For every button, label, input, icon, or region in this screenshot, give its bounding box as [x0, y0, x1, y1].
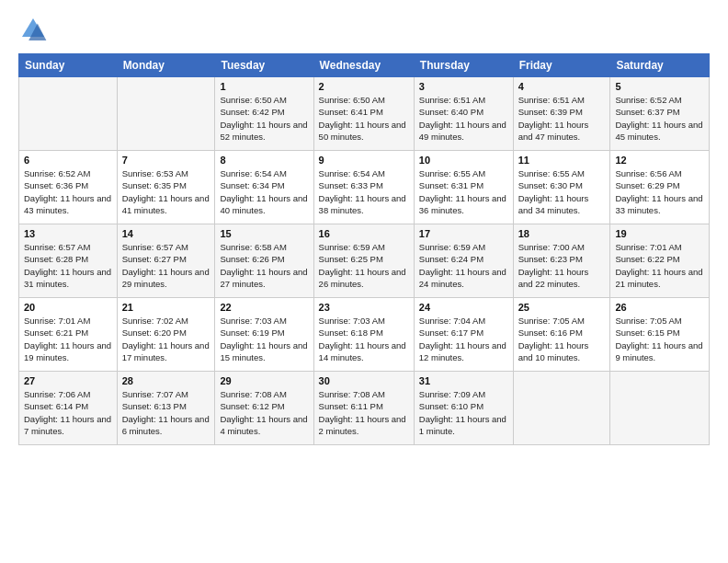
dow-wednesday: Wednesday: [313, 54, 414, 77]
day-cell: 23Sunrise: 7:03 AM Sunset: 6:18 PM Dayli…: [313, 298, 414, 372]
day-info: Sunrise: 6:53 AM Sunset: 6:35 PM Dayligh…: [122, 167, 210, 216]
day-info: Sunrise: 6:59 AM Sunset: 6:24 PM Dayligh…: [419, 241, 508, 290]
day-number: 3: [419, 81, 508, 92]
day-cell: 11Sunrise: 6:55 AM Sunset: 6:30 PM Dayli…: [513, 151, 610, 224]
day-info: Sunrise: 6:54 AM Sunset: 6:34 PM Dayligh…: [220, 167, 308, 216]
day-cell: [610, 372, 710, 445]
day-info: Sunrise: 7:05 AM Sunset: 6:16 PM Dayligh…: [518, 315, 606, 363]
day-cell: 27Sunrise: 7:06 AM Sunset: 6:14 PM Dayli…: [19, 372, 118, 445]
day-number: 12: [615, 155, 704, 166]
dow-monday: Monday: [117, 54, 215, 77]
day-cell: 20Sunrise: 7:01 AM Sunset: 6:21 PM Dayli…: [19, 298, 118, 372]
day-cell: 15Sunrise: 6:58 AM Sunset: 6:26 PM Dayli…: [215, 224, 313, 298]
day-number: 31: [419, 375, 508, 386]
day-cell: 13Sunrise: 6:57 AM Sunset: 6:28 PM Dayli…: [19, 224, 118, 298]
day-info: Sunrise: 7:01 AM Sunset: 6:22 PM Dayligh…: [615, 241, 704, 290]
day-number: 2: [319, 81, 409, 92]
week-row-2: 6Sunrise: 6:52 AM Sunset: 6:36 PM Daylig…: [19, 151, 710, 224]
day-cell: [513, 372, 610, 445]
day-info: Sunrise: 6:50 AM Sunset: 6:41 PM Dayligh…: [319, 94, 409, 143]
day-number: 24: [419, 302, 508, 313]
dow-thursday: Thursday: [414, 54, 513, 77]
header: [18, 15, 710, 44]
day-info: Sunrise: 7:08 AM Sunset: 6:12 PM Dayligh…: [220, 388, 308, 437]
day-info: Sunrise: 7:01 AM Sunset: 6:21 PM Dayligh…: [24, 315, 112, 363]
day-info: Sunrise: 6:52 AM Sunset: 6:37 PM Dayligh…: [615, 94, 704, 143]
day-cell: 4Sunrise: 6:51 AM Sunset: 6:39 PM Daylig…: [513, 77, 610, 151]
day-cell: 29Sunrise: 7:08 AM Sunset: 6:12 PM Dayli…: [215, 372, 313, 445]
dow-tuesday: Tuesday: [215, 54, 313, 77]
week-row-4: 20Sunrise: 7:01 AM Sunset: 6:21 PM Dayli…: [19, 298, 710, 372]
day-info: Sunrise: 6:51 AM Sunset: 6:39 PM Dayligh…: [518, 94, 606, 143]
dow-friday: Friday: [513, 54, 610, 77]
day-cell: 2Sunrise: 6:50 AM Sunset: 6:41 PM Daylig…: [313, 77, 414, 151]
day-cell: 17Sunrise: 6:59 AM Sunset: 6:24 PM Dayli…: [414, 224, 513, 298]
day-info: Sunrise: 7:07 AM Sunset: 6:13 PM Dayligh…: [122, 388, 210, 437]
day-info: Sunrise: 7:00 AM Sunset: 6:23 PM Dayligh…: [518, 241, 606, 290]
day-cell: 14Sunrise: 6:57 AM Sunset: 6:27 PM Dayli…: [117, 224, 215, 298]
day-cell: 10Sunrise: 6:55 AM Sunset: 6:31 PM Dayli…: [414, 151, 513, 224]
day-info: Sunrise: 6:52 AM Sunset: 6:36 PM Dayligh…: [24, 167, 112, 216]
day-info: Sunrise: 6:55 AM Sunset: 6:30 PM Dayligh…: [518, 167, 606, 216]
day-cell: 8Sunrise: 6:54 AM Sunset: 6:34 PM Daylig…: [215, 151, 313, 224]
day-cell: 28Sunrise: 7:07 AM Sunset: 6:13 PM Dayli…: [117, 372, 215, 445]
day-number: 26: [615, 302, 704, 313]
week-row-5: 27Sunrise: 7:06 AM Sunset: 6:14 PM Dayli…: [19, 372, 710, 445]
day-info: Sunrise: 7:03 AM Sunset: 6:19 PM Dayligh…: [220, 315, 308, 363]
logo: [18, 15, 51, 44]
day-cell: 22Sunrise: 7:03 AM Sunset: 6:19 PM Dayli…: [215, 298, 313, 372]
day-info: Sunrise: 6:58 AM Sunset: 6:26 PM Dayligh…: [220, 241, 308, 290]
day-cell: 1Sunrise: 6:50 AM Sunset: 6:42 PM Daylig…: [215, 77, 313, 151]
dow-saturday: Saturday: [610, 54, 710, 77]
day-cell: 16Sunrise: 6:59 AM Sunset: 6:25 PM Dayli…: [313, 224, 414, 298]
day-number: 28: [122, 375, 210, 386]
day-number: 8: [220, 155, 308, 166]
day-number: 22: [220, 302, 308, 313]
day-cell: 7Sunrise: 6:53 AM Sunset: 6:35 PM Daylig…: [117, 151, 215, 224]
day-number: 17: [419, 228, 508, 239]
day-info: Sunrise: 7:05 AM Sunset: 6:15 PM Dayligh…: [615, 315, 704, 363]
day-cell: [19, 77, 118, 151]
day-cell: 26Sunrise: 7:05 AM Sunset: 6:15 PM Dayli…: [610, 298, 710, 372]
day-number: 13: [24, 228, 112, 239]
page: SundayMondayTuesdayWednesdayThursdayFrid…: [0, 0, 728, 563]
day-info: Sunrise: 6:50 AM Sunset: 6:42 PM Dayligh…: [220, 94, 308, 143]
day-number: 10: [419, 155, 508, 166]
day-info: Sunrise: 7:08 AM Sunset: 6:11 PM Dayligh…: [319, 388, 409, 437]
day-number: 4: [518, 81, 606, 92]
day-number: 16: [319, 228, 409, 239]
day-number: 19: [615, 228, 704, 239]
day-cell: 24Sunrise: 7:04 AM Sunset: 6:17 PM Dayli…: [414, 298, 513, 372]
day-number: 21: [122, 302, 210, 313]
day-number: 1: [220, 81, 308, 92]
day-info: Sunrise: 6:56 AM Sunset: 6:29 PM Dayligh…: [615, 167, 704, 216]
day-info: Sunrise: 6:57 AM Sunset: 6:28 PM Dayligh…: [24, 241, 112, 290]
day-of-week-header: SundayMondayTuesdayWednesdayThursdayFrid…: [19, 54, 710, 77]
day-info: Sunrise: 6:55 AM Sunset: 6:31 PM Dayligh…: [419, 167, 508, 216]
week-row-3: 13Sunrise: 6:57 AM Sunset: 6:28 PM Dayli…: [19, 224, 710, 298]
day-info: Sunrise: 7:03 AM Sunset: 6:18 PM Dayligh…: [319, 315, 409, 363]
day-number: 7: [122, 155, 210, 166]
day-number: 27: [24, 375, 112, 386]
day-info: Sunrise: 7:06 AM Sunset: 6:14 PM Dayligh…: [24, 388, 112, 437]
day-cell: 25Sunrise: 7:05 AM Sunset: 6:16 PM Dayli…: [513, 298, 610, 372]
calendar-body: 1Sunrise: 6:50 AM Sunset: 6:42 PM Daylig…: [19, 77, 710, 445]
day-cell: 30Sunrise: 7:08 AM Sunset: 6:11 PM Dayli…: [313, 372, 414, 445]
day-cell: [117, 77, 215, 151]
calendar-table: SundayMondayTuesdayWednesdayThursdayFrid…: [18, 53, 710, 445]
day-info: Sunrise: 7:04 AM Sunset: 6:17 PM Dayligh…: [419, 315, 508, 363]
day-number: 5: [615, 81, 704, 92]
day-number: 25: [518, 302, 606, 313]
day-number: 20: [24, 302, 112, 313]
day-number: 23: [319, 302, 409, 313]
day-info: Sunrise: 6:57 AM Sunset: 6:27 PM Dayligh…: [122, 241, 210, 290]
day-number: 30: [319, 375, 409, 386]
day-number: 11: [518, 155, 606, 166]
day-number: 15: [220, 228, 308, 239]
logo-icon: [18, 15, 48, 44]
day-number: 6: [24, 155, 112, 166]
day-cell: 12Sunrise: 6:56 AM Sunset: 6:29 PM Dayli…: [610, 151, 710, 224]
dow-sunday: Sunday: [19, 54, 118, 77]
day-number: 29: [220, 375, 308, 386]
day-number: 18: [518, 228, 606, 239]
